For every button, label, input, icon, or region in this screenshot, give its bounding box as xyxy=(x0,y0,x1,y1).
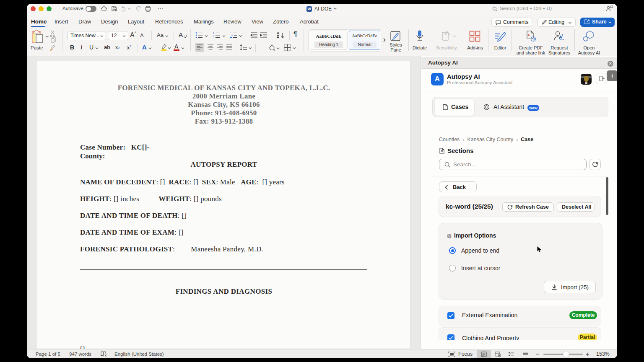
svg-text:A: A xyxy=(528,34,530,36)
svg-text:2: 2 xyxy=(213,34,214,37)
